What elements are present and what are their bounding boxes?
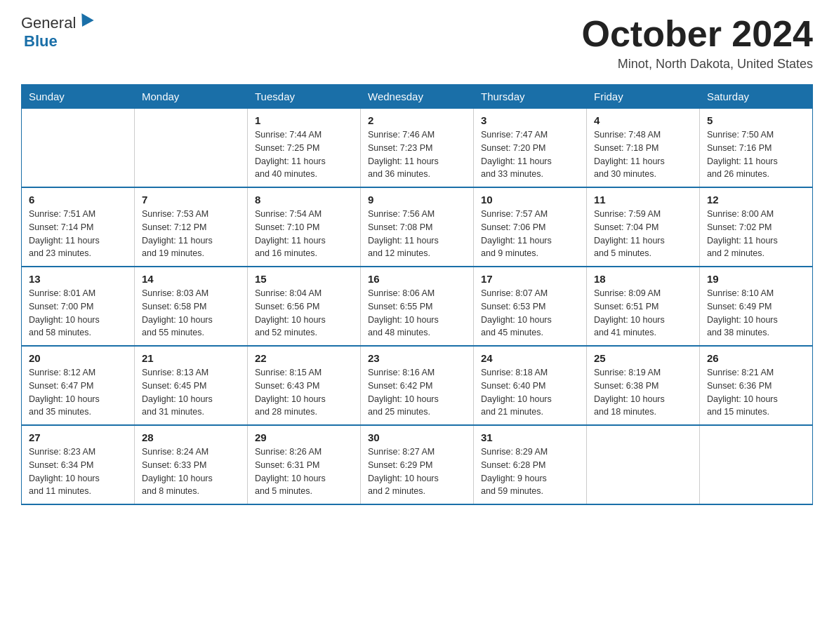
day-info: Sunrise: 8:19 AM Sunset: 6:38 PM Dayligh… xyxy=(594,366,692,419)
day-number: 27 xyxy=(29,431,127,443)
day-number: 1 xyxy=(255,114,353,126)
day-number: 30 xyxy=(368,431,466,443)
calendar-cell: 28Sunrise: 8:24 AM Sunset: 6:33 PM Dayli… xyxy=(135,425,248,504)
logo-triangle-icon xyxy=(77,13,94,30)
week-row-0: 1Sunrise: 7:44 AM Sunset: 7:25 PM Daylig… xyxy=(22,109,813,188)
header-monday: Monday xyxy=(135,85,248,109)
location-title: Minot, North Dakota, United States xyxy=(582,57,814,72)
day-info: Sunrise: 8:00 AM Sunset: 7:02 PM Dayligh… xyxy=(707,208,805,260)
day-number: 7 xyxy=(142,194,240,206)
header-friday: Friday xyxy=(587,85,700,109)
day-info: Sunrise: 8:18 AM Sunset: 6:40 PM Dayligh… xyxy=(481,366,579,419)
day-info: Sunrise: 8:04 AM Sunset: 6:56 PM Dayligh… xyxy=(255,287,353,340)
calendar-cell: 14Sunrise: 8:03 AM Sunset: 6:58 PM Dayli… xyxy=(135,267,248,346)
calendar-cell: 21Sunrise: 8:13 AM Sunset: 6:45 PM Dayli… xyxy=(135,346,248,425)
day-info: Sunrise: 7:53 AM Sunset: 7:12 PM Dayligh… xyxy=(142,208,240,260)
day-number: 8 xyxy=(255,194,353,206)
day-number: 6 xyxy=(29,194,127,206)
calendar-cell: 10Sunrise: 7:57 AM Sunset: 7:06 PM Dayli… xyxy=(474,187,587,267)
header-tuesday: Tuesday xyxy=(248,85,361,109)
day-info: Sunrise: 8:15 AM Sunset: 6:43 PM Dayligh… xyxy=(255,366,353,419)
calendar-cell: 30Sunrise: 8:27 AM Sunset: 6:29 PM Dayli… xyxy=(361,425,474,504)
day-number: 20 xyxy=(29,352,127,364)
calendar-cell: 11Sunrise: 7:59 AM Sunset: 7:04 PM Dayli… xyxy=(587,187,700,267)
day-number: 17 xyxy=(481,273,579,285)
day-number: 11 xyxy=(594,194,692,206)
day-info: Sunrise: 8:09 AM Sunset: 6:51 PM Dayligh… xyxy=(594,287,692,340)
week-row-2: 13Sunrise: 8:01 AM Sunset: 7:00 PM Dayli… xyxy=(22,267,813,346)
calendar-cell xyxy=(700,425,813,504)
day-info: Sunrise: 7:50 AM Sunset: 7:16 PM Dayligh… xyxy=(707,128,805,181)
day-info: Sunrise: 7:56 AM Sunset: 7:08 PM Dayligh… xyxy=(368,208,466,260)
day-info: Sunrise: 8:12 AM Sunset: 6:47 PM Dayligh… xyxy=(29,366,127,419)
day-info: Sunrise: 7:57 AM Sunset: 7:06 PM Dayligh… xyxy=(481,208,579,260)
day-info: Sunrise: 8:23 AM Sunset: 6:34 PM Dayligh… xyxy=(29,445,127,498)
calendar-body: 1Sunrise: 7:44 AM Sunset: 7:25 PM Daylig… xyxy=(22,109,813,505)
calendar-cell xyxy=(22,109,135,188)
header-row: SundayMondayTuesdayWednesdayThursdayFrid… xyxy=(22,85,813,109)
calendar-cell xyxy=(587,425,700,504)
calendar-cell: 20Sunrise: 8:12 AM Sunset: 6:47 PM Dayli… xyxy=(22,346,135,425)
header-sunday: Sunday xyxy=(22,85,135,109)
header-saturday: Saturday xyxy=(700,85,813,109)
day-number: 26 xyxy=(707,352,805,364)
calendar-cell: 9Sunrise: 7:56 AM Sunset: 7:08 PM Daylig… xyxy=(361,187,474,267)
logo: General Blue xyxy=(21,14,92,51)
day-info: Sunrise: 7:51 AM Sunset: 7:14 PM Dayligh… xyxy=(29,208,127,260)
day-info: Sunrise: 8:24 AM Sunset: 6:33 PM Dayligh… xyxy=(142,445,240,498)
logo-blue-text: Blue xyxy=(24,32,58,50)
calendar-cell: 2Sunrise: 7:46 AM Sunset: 7:23 PM Daylig… xyxy=(361,109,474,188)
header-thursday: Thursday xyxy=(474,85,587,109)
calendar-cell: 22Sunrise: 8:15 AM Sunset: 6:43 PM Dayli… xyxy=(248,346,361,425)
calendar-header: SundayMondayTuesdayWednesdayThursdayFrid… xyxy=(22,85,813,109)
day-number: 4 xyxy=(594,114,692,126)
calendar-cell xyxy=(135,109,248,188)
day-info: Sunrise: 7:54 AM Sunset: 7:10 PM Dayligh… xyxy=(255,208,353,260)
calendar-table: SundayMondayTuesdayWednesdayThursdayFrid… xyxy=(21,84,813,505)
calendar-cell: 4Sunrise: 7:48 AM Sunset: 7:18 PM Daylig… xyxy=(587,109,700,188)
page-header: General Blue October 2024 Minot, North D… xyxy=(21,14,813,72)
day-number: 21 xyxy=(142,352,240,364)
day-info: Sunrise: 7:48 AM Sunset: 7:18 PM Dayligh… xyxy=(594,128,692,181)
day-number: 25 xyxy=(594,352,692,364)
calendar-cell: 15Sunrise: 8:04 AM Sunset: 6:56 PM Dayli… xyxy=(248,267,361,346)
calendar-cell: 27Sunrise: 8:23 AM Sunset: 6:34 PM Dayli… xyxy=(22,425,135,504)
day-info: Sunrise: 8:16 AM Sunset: 6:42 PM Dayligh… xyxy=(368,366,466,419)
day-number: 13 xyxy=(29,273,127,285)
week-row-4: 27Sunrise: 8:23 AM Sunset: 6:34 PM Dayli… xyxy=(22,425,813,504)
calendar-cell: 31Sunrise: 8:29 AM Sunset: 6:28 PM Dayli… xyxy=(474,425,587,504)
logo-general-text: General xyxy=(21,14,76,32)
calendar-cell: 5Sunrise: 7:50 AM Sunset: 7:16 PM Daylig… xyxy=(700,109,813,188)
week-row-1: 6Sunrise: 7:51 AM Sunset: 7:14 PM Daylig… xyxy=(22,187,813,267)
day-number: 15 xyxy=(255,273,353,285)
week-row-3: 20Sunrise: 8:12 AM Sunset: 6:47 PM Dayli… xyxy=(22,346,813,425)
day-info: Sunrise: 8:21 AM Sunset: 6:36 PM Dayligh… xyxy=(707,366,805,419)
day-info: Sunrise: 8:01 AM Sunset: 7:00 PM Dayligh… xyxy=(29,287,127,340)
day-info: Sunrise: 7:59 AM Sunset: 7:04 PM Dayligh… xyxy=(594,208,692,260)
day-number: 12 xyxy=(707,194,805,206)
calendar-cell: 24Sunrise: 8:18 AM Sunset: 6:40 PM Dayli… xyxy=(474,346,587,425)
day-number: 24 xyxy=(481,352,579,364)
day-info: Sunrise: 8:10 AM Sunset: 6:49 PM Dayligh… xyxy=(707,287,805,340)
calendar-cell: 26Sunrise: 8:21 AM Sunset: 6:36 PM Dayli… xyxy=(700,346,813,425)
day-number: 28 xyxy=(142,431,240,443)
month-title: October 2024 xyxy=(582,14,814,54)
day-number: 19 xyxy=(707,273,805,285)
day-info: Sunrise: 8:29 AM Sunset: 6:28 PM Dayligh… xyxy=(481,445,579,498)
day-number: 23 xyxy=(368,352,466,364)
calendar-cell: 18Sunrise: 8:09 AM Sunset: 6:51 PM Dayli… xyxy=(587,267,700,346)
calendar-cell: 13Sunrise: 8:01 AM Sunset: 7:00 PM Dayli… xyxy=(22,267,135,346)
calendar-cell: 17Sunrise: 8:07 AM Sunset: 6:53 PM Dayli… xyxy=(474,267,587,346)
day-number: 22 xyxy=(255,352,353,364)
calendar-cell: 7Sunrise: 7:53 AM Sunset: 7:12 PM Daylig… xyxy=(135,187,248,267)
calendar-cell: 12Sunrise: 8:00 AM Sunset: 7:02 PM Dayli… xyxy=(700,187,813,267)
day-info: Sunrise: 8:03 AM Sunset: 6:58 PM Dayligh… xyxy=(142,287,240,340)
day-info: Sunrise: 8:06 AM Sunset: 6:55 PM Dayligh… xyxy=(368,287,466,340)
day-info: Sunrise: 8:26 AM Sunset: 6:31 PM Dayligh… xyxy=(255,445,353,498)
calendar-cell: 29Sunrise: 8:26 AM Sunset: 6:31 PM Dayli… xyxy=(248,425,361,504)
day-number: 29 xyxy=(255,431,353,443)
day-number: 31 xyxy=(481,431,579,443)
day-info: Sunrise: 8:07 AM Sunset: 6:53 PM Dayligh… xyxy=(481,287,579,340)
day-info: Sunrise: 8:13 AM Sunset: 6:45 PM Dayligh… xyxy=(142,366,240,419)
calendar-cell: 23Sunrise: 8:16 AM Sunset: 6:42 PM Dayli… xyxy=(361,346,474,425)
